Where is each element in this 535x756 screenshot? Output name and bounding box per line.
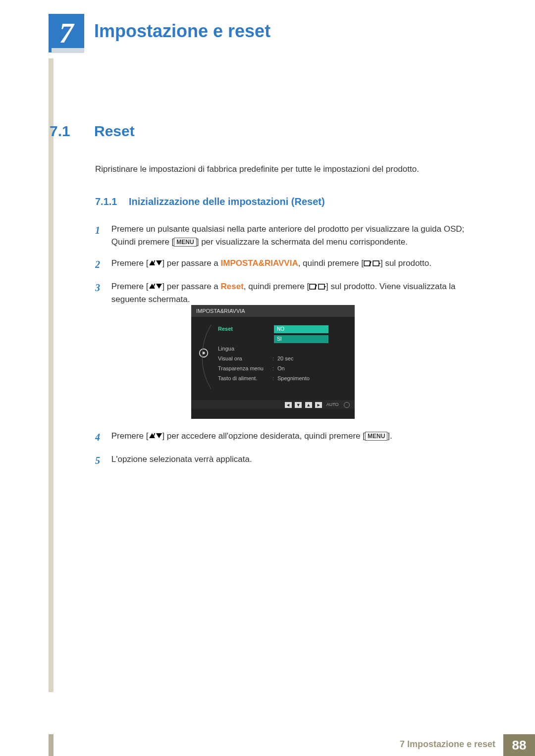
- svg-rect-5: [373, 261, 379, 266]
- highlighted-term: Reset: [221, 282, 244, 291]
- text-fragment: ] sul prodotto.: [380, 258, 431, 268]
- osd-label: Visual ora: [218, 353, 272, 363]
- svg-marker-18: [156, 433, 162, 438]
- text-fragment: ].: [387, 431, 392, 441]
- osd-row-lingua: Lingua: [218, 344, 347, 353]
- osd-title: IMPOSTA&RIAVVIA: [191, 305, 355, 317]
- footer-chapter-label: 7 Impostazione e reset: [400, 739, 495, 750]
- osd-row-tasto: Tasto di aliment.:Spegnimento: [218, 373, 347, 383]
- step-text: Premere [] per accedere all'opzione desi…: [111, 430, 488, 443]
- highlighted-term: IMPOSTA&RIAVVIA: [221, 258, 298, 268]
- power-icon: [344, 402, 350, 408]
- text-fragment: ] per visualizzare la schermata del menu…: [197, 237, 408, 247]
- enter-source-icon: [309, 281, 326, 288]
- left-gutter-bar: [49, 58, 54, 692]
- step-number: 2: [95, 257, 109, 272]
- text-fragment: Premere [: [111, 282, 149, 291]
- step-number: 5: [95, 453, 109, 468]
- osd-option-no: NO: [274, 325, 328, 333]
- step-text: Premere [] per passare a IMPOSTA&RIAVVIA…: [111, 257, 488, 270]
- osd-rows: Reset NO SI Lingua Visual ora:20 sec Tra…: [218, 324, 347, 383]
- subsection-title: Inizializzazione delle impostazioni (Res…: [129, 196, 325, 207]
- section-intro: Ripristinare le impostazioni di fabbrica…: [95, 164, 419, 174]
- osd-footer: ◄ ▼ ▲ ► AUTO: [191, 400, 355, 409]
- text-fragment: Premere [: [111, 431, 149, 441]
- text-fragment: Premere [: [111, 258, 149, 268]
- text-fragment: , quindi premere [: [244, 282, 309, 291]
- menu-button-label: MENU: [174, 238, 196, 247]
- step-2: 2 Premere [] per passare a IMPOSTA&RIAVV…: [95, 257, 491, 272]
- step-number: 1: [95, 223, 109, 238]
- osd-row-trasparenza: Trasparenza menu:On: [218, 363, 347, 373]
- osd-row-reset-si: SI: [218, 334, 347, 344]
- down-key-icon: ▼: [295, 402, 302, 408]
- osd-body: Reset NO SI Lingua Visual ora:20 sec Tra…: [191, 317, 355, 409]
- chapter-title: Impostazione e reset: [94, 21, 270, 42]
- osd-label: Trasparenza menu: [218, 363, 272, 373]
- text-fragment: ] per accedere all'opzione desiderata, q…: [162, 431, 365, 441]
- page-number: 88: [503, 734, 535, 756]
- osd-colon: :: [272, 353, 277, 363]
- menu-button-label: MENU: [365, 432, 387, 441]
- subsection-number: 7.1.1: [95, 196, 117, 207]
- osd-screenshot: IMPOSTA&RIAVVIA Reset NO SI Lingua: [191, 305, 355, 419]
- osd-row-visualora: Visual ora:20 sec: [218, 353, 347, 363]
- auto-label: AUTO: [326, 402, 339, 407]
- osd-value: On: [277, 363, 285, 373]
- osd-row-reset: Reset NO: [218, 324, 347, 334]
- section-title: Reset: [94, 123, 135, 140]
- up-down-arrows-icon: [148, 257, 162, 264]
- footer-gutter-accent: [49, 734, 54, 756]
- osd-option-si: SI: [274, 335, 328, 343]
- text-fragment: ] per passare a: [162, 258, 220, 268]
- step-number: 4: [95, 430, 109, 445]
- svg-rect-12: [319, 284, 324, 289]
- up-down-arrows-icon: [148, 430, 162, 437]
- osd-label: Tasto di aliment.: [218, 373, 272, 383]
- step-text: Premere un pulsante qualsiasi nella part…: [111, 223, 488, 249]
- osd-colon: :: [272, 373, 277, 383]
- page-footer: 7 Impostazione e reset 88: [0, 734, 535, 756]
- left-key-icon: ◄: [285, 402, 292, 408]
- page: 7 Impostazione e reset 7.1 Reset Riprist…: [0, 0, 535, 756]
- up-key-icon: ▲: [305, 402, 312, 408]
- text-fragment: , quindi premere [: [298, 258, 364, 268]
- up-down-arrows-icon: [148, 281, 162, 288]
- step-text: L'opzione selezionata verrà applicata.: [111, 453, 488, 466]
- section-number: 7.1: [50, 123, 70, 140]
- osd-curve-decoration: [201, 325, 216, 389]
- osd-value: Spegnimento: [277, 373, 310, 383]
- enter-source-icon: [364, 258, 380, 265]
- step-3: 3 Premere [] per passare a Reset, quindi…: [95, 280, 491, 306]
- text-fragment: ] per passare a: [162, 282, 220, 291]
- osd-label: Reset: [218, 324, 272, 334]
- chapter-number: 7: [49, 14, 84, 52]
- step-4: 4 Premere [] per accedere all'opzione de…: [95, 430, 491, 445]
- step-5: 5 L'opzione selezionata verrà applicata.: [95, 453, 491, 468]
- step-text: Premere [] per passare a Reset, quindi p…: [111, 280, 488, 306]
- osd-value: 20 sec: [277, 353, 293, 363]
- svg-marker-9: [156, 284, 162, 289]
- step-1: 1 Premere un pulsante qualsiasi nella pa…: [95, 223, 491, 249]
- osd-label: Lingua: [218, 344, 272, 353]
- right-key-icon: ►: [315, 402, 322, 408]
- osd-colon: :: [272, 363, 277, 373]
- steps-list-2: 4 Premere [] per accedere all'opzione de…: [95, 430, 491, 476]
- step-number: 3: [95, 280, 109, 296]
- svg-marker-2: [156, 260, 162, 265]
- steps-list-1: 1 Premere un pulsante qualsiasi nella pa…: [95, 223, 491, 314]
